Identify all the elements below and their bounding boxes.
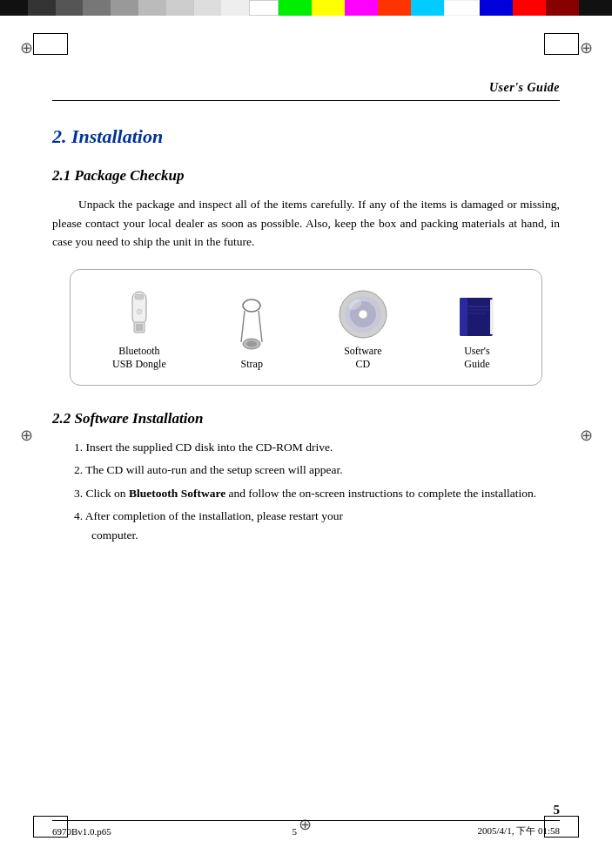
gray-bar-5 bbox=[111, 0, 138, 16]
section-22-heading: 2.2 Software Installation bbox=[52, 410, 560, 427]
gray-bar-9 bbox=[221, 0, 249, 16]
dongle-label: BluetoothUSB Dongle bbox=[112, 345, 166, 372]
svg-rect-16 bbox=[460, 298, 467, 336]
svg-point-5 bbox=[243, 299, 260, 312]
book-icon bbox=[454, 294, 500, 340]
package-item-cd: SoftwareCD bbox=[338, 289, 388, 372]
page-number: 5 bbox=[554, 803, 561, 818]
instruction-4: 4. After completion of the installation,… bbox=[70, 507, 560, 546]
usb-dongle-icon bbox=[125, 287, 153, 340]
package-item-strap: Strap bbox=[232, 299, 272, 372]
svg-rect-17 bbox=[490, 299, 494, 334]
gray-bar-7 bbox=[166, 0, 194, 16]
svg-line-7 bbox=[259, 311, 262, 342]
section-21-heading: 2.1 Package Checkup bbox=[52, 167, 560, 185]
color-bar-yellow bbox=[312, 0, 345, 16]
package-contents-box: BluetoothUSB Dongle Strap bbox=[70, 269, 542, 386]
gray-bar-6 bbox=[138, 0, 166, 16]
instruction-list: 1. Insert the supplied CD disk into the … bbox=[70, 438, 560, 545]
color-bar-darkred bbox=[546, 0, 579, 16]
cd-icon bbox=[338, 289, 388, 340]
strap-icon bbox=[232, 299, 272, 353]
gray-bars bbox=[0, 0, 279, 16]
package-item-guide: User'sGuide bbox=[454, 294, 500, 372]
gray-bar-10 bbox=[249, 0, 279, 16]
color-bar-white bbox=[444, 0, 479, 16]
chapter-heading: 2. Installation bbox=[52, 125, 560, 148]
instruction-1: 1. Insert the supplied CD disk into the … bbox=[70, 438, 560, 457]
svg-rect-1 bbox=[135, 294, 144, 299]
bluetooth-software-bold: Bluetooth Software bbox=[129, 487, 225, 500]
strap-label: Strap bbox=[241, 358, 263, 372]
footer: 6970Bv1.0.p65 5 2005/4/1, 下午 01:58 bbox=[52, 820, 560, 838]
gray-bar-3 bbox=[56, 0, 84, 16]
cd-label: SoftwareCD bbox=[344, 345, 381, 372]
color-bar-green bbox=[279, 0, 312, 16]
gray-bar-4 bbox=[83, 0, 111, 16]
svg-rect-4 bbox=[136, 324, 143, 331]
color-bar-blue bbox=[480, 0, 513, 16]
color-bar-black bbox=[579, 0, 612, 16]
guide-label: User'sGuide bbox=[464, 345, 490, 372]
section-21-body: Unpack the package and inspect all of th… bbox=[52, 195, 560, 252]
top-color-bars bbox=[0, 0, 612, 16]
header-title: User's Guide bbox=[489, 81, 560, 95]
gray-bar-1 bbox=[0, 0, 28, 16]
footer-center: 5 bbox=[292, 826, 297, 837]
package-item-dongle: BluetoothUSB Dongle bbox=[112, 287, 166, 372]
color-bar-red bbox=[378, 0, 411, 16]
gray-bar-8 bbox=[194, 0, 222, 16]
svg-line-6 bbox=[241, 311, 245, 342]
instruction-3: 3. Click on Bluetooth Software and follo… bbox=[70, 484, 560, 503]
svg-point-2 bbox=[137, 309, 142, 314]
color-bar-red2 bbox=[513, 0, 546, 16]
gray-bar-2 bbox=[28, 0, 56, 16]
svg-point-13 bbox=[359, 310, 367, 319]
page-content: User's Guide 2. Installation 2.1 Package… bbox=[0, 16, 612, 851]
svg-point-9 bbox=[246, 341, 257, 347]
footer-right: 2005/4/1, 下午 01:58 bbox=[478, 824, 560, 838]
footer-left: 6970Bv1.0.p65 bbox=[52, 826, 111, 837]
page-header: User's Guide bbox=[52, 33, 560, 101]
color-bar-magenta bbox=[345, 0, 378, 16]
color-bars bbox=[279, 0, 612, 16]
color-bar-cyan bbox=[411, 0, 444, 16]
section-22: 2.2 Software Installation 1. Insert the … bbox=[52, 410, 560, 545]
instruction-2: 2. The CD will auto-run and the setup sc… bbox=[70, 461, 560, 480]
